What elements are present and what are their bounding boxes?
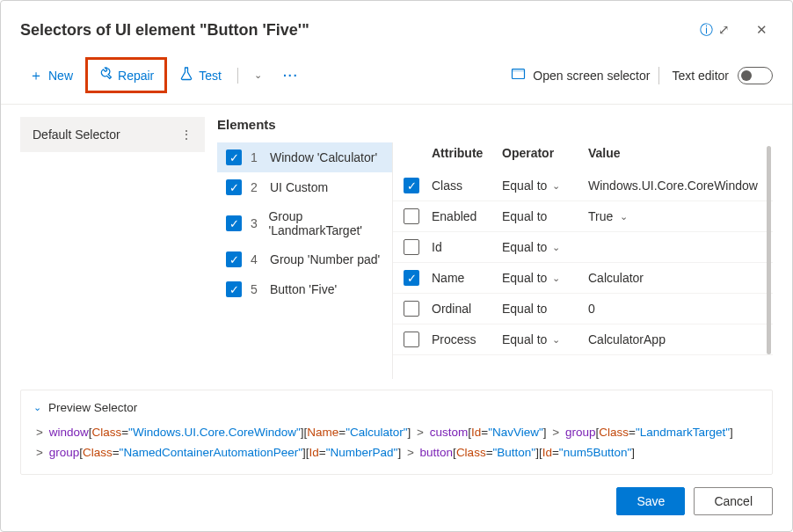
element-label: Group 'LandmarkTarget' — [268, 209, 383, 237]
attr-operator[interactable]: Equal to — [502, 302, 581, 316]
attribute-row: IdEqual to ⌄ — [393, 232, 773, 263]
attr-name: Ordinal — [432, 302, 495, 316]
col-attribute: Attribute — [432, 146, 495, 160]
element-row[interactable]: ✓4Group 'Number pad' — [217, 244, 392, 274]
attr-value[interactable]: CalculatorApp — [588, 332, 762, 346]
chevron-down-icon: ⌄ — [552, 273, 560, 284]
attribute-row: ✓NameEqual to ⌄Calculator — [393, 263, 773, 294]
screen-icon — [511, 67, 526, 84]
element-row[interactable]: ✓2UI Custom — [217, 172, 392, 202]
chevron-down-icon: ⌄ — [552, 180, 560, 192]
element-index: 4 — [251, 252, 261, 266]
element-index: 1 — [251, 150, 261, 164]
restore-icon[interactable]: ⤢ — [713, 17, 735, 43]
element-row[interactable]: ✓3Group 'LandmarkTarget' — [217, 202, 392, 244]
text-editor-label: Text editor — [672, 69, 729, 83]
new-button[interactable]: ＋ New — [20, 63, 82, 88]
element-label: Window 'Calculator' — [270, 150, 377, 164]
checkbox[interactable] — [404, 208, 419, 224]
attr-operator[interactable]: Equal to ⌄ — [502, 240, 581, 254]
attr-value[interactable]: 0 — [588, 302, 762, 316]
svg-rect-1 — [513, 69, 525, 71]
attribute-row: ✓ClassEqual to ⌄Windows.UI.Core.CoreWind… — [393, 171, 773, 201]
attr-name: Class — [432, 179, 495, 193]
new-label: New — [48, 69, 73, 83]
close-icon[interactable]: ✕ — [751, 17, 773, 43]
test-button[interactable]: Test — [171, 62, 230, 89]
repair-button[interactable]: Repair — [90, 62, 163, 89]
scrollbar[interactable] — [767, 146, 771, 354]
attr-operator[interactable]: Equal to ⌄ — [502, 271, 581, 285]
attr-name: Name — [432, 271, 495, 285]
checkbox[interactable]: ✓ — [404, 178, 419, 193]
attr-operator[interactable]: Equal to ⌄ — [502, 179, 581, 193]
more-icon: ··· — [283, 69, 299, 83]
element-row[interactable]: ✓1Window 'Calculator' — [217, 142, 392, 172]
attribute-row: OrdinalEqual to0 — [393, 294, 773, 324]
selector-item-default[interactable]: Default Selector ⋮ — [20, 117, 205, 152]
more-button[interactable]: ··· — [274, 63, 308, 88]
attr-name: Process — [432, 332, 495, 346]
element-index: 2 — [251, 180, 261, 194]
attr-operator[interactable]: Equal to ⌄ — [502, 332, 581, 346]
wrench-icon — [98, 67, 113, 84]
element-row[interactable]: ✓5Button 'Five' — [217, 274, 392, 304]
save-button[interactable]: Save — [616, 487, 685, 515]
open-screen-selector-button[interactable]: Open screen selector — [511, 67, 650, 84]
selector-item-label: Default Selector — [33, 128, 120, 142]
dialog-title: Selectors of UI element "Button 'Five'" — [20, 21, 691, 40]
cancel-button[interactable]: Cancel — [694, 487, 773, 515]
attr-value[interactable]: Windows.UI.Core.CoreWindow — [588, 179, 762, 193]
plus-icon: ＋ — [29, 69, 43, 83]
elements-heading: Elements — [217, 117, 773, 132]
chevron-down-icon: ⌄ — [254, 69, 262, 81]
open-screen-label: Open screen selector — [533, 69, 650, 83]
attribute-row: ProcessEqual to ⌄CalculatorApp — [393, 324, 773, 355]
attr-operator[interactable]: Equal to — [502, 209, 581, 223]
preview-label: Preview Selector — [48, 401, 137, 414]
preview-selector-text: > window[Class="Windows.UI.Core.CoreWind… — [33, 423, 760, 463]
checkbox[interactable]: ✓ — [226, 179, 242, 195]
chevron-down-icon: ⌄ — [552, 242, 560, 253]
test-label: Test — [199, 69, 222, 83]
checkbox[interactable]: ✓ — [226, 281, 242, 297]
preview-toggle[interactable]: ⌄ Preview Selector — [33, 401, 760, 414]
text-editor-toggle[interactable] — [738, 67, 773, 84]
attr-name: Id — [432, 240, 495, 254]
attr-value[interactable]: True ⌄ — [588, 209, 762, 223]
element-label: Group 'Number pad' — [270, 252, 380, 266]
attribute-row: EnabledEqual toTrue ⌄ — [393, 201, 773, 232]
checkbox[interactable]: ✓ — [226, 215, 242, 231]
checkbox[interactable]: ✓ — [226, 251, 242, 267]
divider — [237, 68, 238, 84]
repair-label: Repair — [118, 69, 154, 83]
col-operator: Operator — [502, 146, 581, 160]
chevron-down-icon: ⌄ — [620, 211, 628, 222]
checkbox[interactable] — [404, 301, 419, 317]
chevron-down-icon: ⌄ — [33, 402, 41, 413]
more-vertical-icon[interactable]: ⋮ — [180, 128, 193, 142]
flask-icon — [179, 67, 193, 84]
info-icon[interactable]: ⓘ — [700, 22, 713, 39]
test-dropdown[interactable]: ⌄ — [245, 64, 271, 86]
checkbox[interactable]: ✓ — [226, 149, 242, 165]
element-label: UI Custom — [270, 180, 328, 194]
checkbox[interactable] — [404, 239, 419, 255]
chevron-down-icon: ⌄ — [552, 334, 560, 346]
attr-value[interactable]: Calculator — [588, 271, 762, 285]
attr-name: Enabled — [432, 209, 495, 223]
element-index: 5 — [251, 282, 261, 296]
checkbox[interactable] — [404, 332, 419, 347]
element-label: Button 'Five' — [270, 282, 337, 296]
element-index: 3 — [251, 216, 259, 230]
col-value: Value — [588, 146, 762, 160]
checkbox[interactable]: ✓ — [404, 270, 419, 286]
